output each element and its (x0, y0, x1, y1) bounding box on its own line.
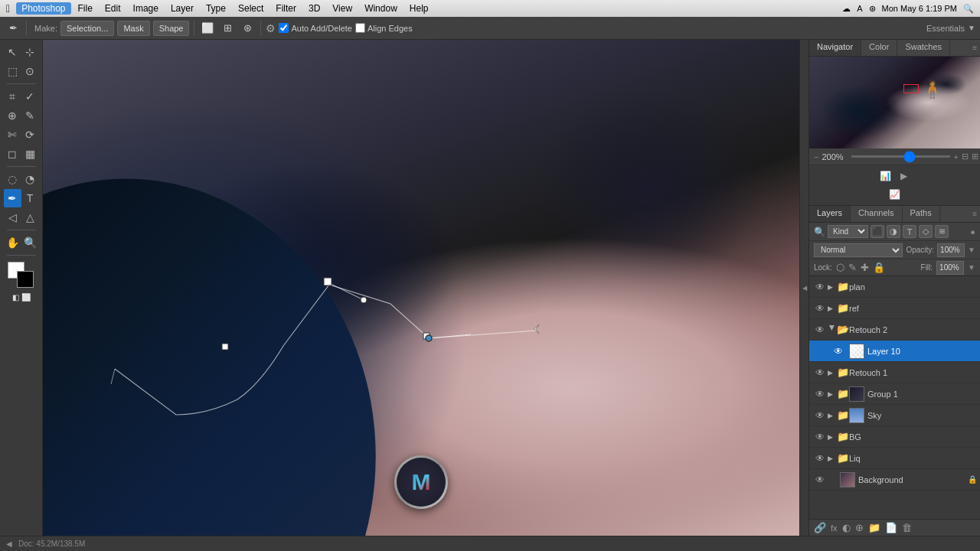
tab-paths[interactable]: Paths (903, 206, 940, 222)
path-select-tool[interactable]: ◁ (4, 208, 21, 227)
menu-type[interactable]: Type (201, 2, 231, 15)
filter-pixel-btn[interactable]: ⬛ (871, 225, 884, 238)
rectangular-marquee-tool[interactable]: ⬚ (4, 62, 21, 80)
layer-vis-ref[interactable]: 👁 (812, 301, 828, 316)
gear-icon[interactable]: ⚙ (266, 22, 276, 34)
panel-menu-icon[interactable]: ≡ (972, 44, 977, 52)
layer-vis-layer10[interactable]: 👁 (831, 344, 846, 359)
warp-icon[interactable]: ⊛ (239, 20, 256, 37)
screen-mode-icon[interactable]: ⬜ (21, 293, 31, 302)
blur-tool[interactable]: ◌ (4, 170, 21, 188)
layer-item-group1[interactable]: 👁 ▶ 📁 Group 1 (809, 383, 980, 405)
eyedropper-tool[interactable]: ✓ (21, 87, 39, 106)
eraser-tool[interactable]: ◻ (4, 145, 21, 163)
new-layer-icon[interactable]: 📄 (885, 522, 897, 533)
layer-vis-bg[interactable]: 👁 (812, 429, 828, 445)
history-brush[interactable]: ⟳ (21, 126, 39, 144)
new-group-icon[interactable]: 📁 (868, 522, 880, 533)
pen-tool[interactable]: ✒ (4, 189, 21, 207)
quick-mask-icon[interactable]: ◧ (12, 293, 19, 302)
nav-viewport-indicator[interactable] (903, 84, 919, 93)
healing-tool[interactable]: ⊕ (4, 106, 21, 125)
delete-layer-icon[interactable]: 🗑 (902, 522, 912, 533)
layers-list[interactable]: 👁 ▶ 📁 plan 👁 ▶ 📁 ref 👁 ▶ 📂 R (809, 276, 980, 519)
artboard-tool[interactable]: ⊹ (21, 43, 39, 61)
layer-vis-group1[interactable]: 👁 (812, 386, 828, 402)
lock-image-icon[interactable]: ✎ (848, 262, 857, 273)
zoom-value[interactable]: 200% (822, 152, 848, 161)
dodge-tool[interactable]: ◔ (21, 170, 39, 188)
new-fill-icon[interactable]: ⊕ (855, 522, 864, 533)
fill-input[interactable] (936, 261, 964, 275)
histogram-icon[interactable]: 📊 (878, 168, 893, 184)
fill-arrow[interactable]: ▼ (968, 263, 975, 272)
layer-vis-background[interactable]: 👁 (812, 472, 828, 487)
auto-add-delete-input[interactable] (279, 23, 289, 33)
tab-navigator[interactable]: Navigator (809, 40, 861, 56)
filter-smart-btn[interactable]: ≋ (935, 225, 949, 238)
layers-panel-menu[interactable]: ≡ (972, 210, 977, 218)
hand-tool[interactable]: ✋ (4, 233, 21, 252)
menu-select[interactable]: Select (233, 2, 269, 15)
menu-photoshop[interactable]: Photoshop (16, 2, 70, 15)
menu-help[interactable]: Help (404, 2, 434, 15)
panel-collapse-arrow[interactable]: ◀ (799, 40, 808, 536)
tab-channels[interactable]: Channels (851, 206, 902, 222)
tab-layers[interactable]: Layers (809, 206, 851, 222)
lock-transparent-icon[interactable]: ⬡ (836, 262, 844, 273)
layer-item-sky[interactable]: 👁 ▶ 📁 Sky (809, 405, 980, 426)
mask-button[interactable]: Mask (117, 21, 149, 36)
menu-filter[interactable]: Filter (270, 2, 302, 15)
zoom-slider[interactable] (851, 155, 950, 158)
nav-max-icon[interactable]: ⊞ (972, 152, 978, 161)
zoom-tool[interactable]: 🔍 (21, 233, 39, 252)
color-swatch[interactable] (8, 262, 35, 289)
auto-add-delete-checkbox[interactable]: Auto Add/Delete (279, 23, 352, 33)
crop-tool[interactable]: ⌗ (4, 87, 21, 106)
layer-vis-plan[interactable]: 👁 (812, 279, 828, 295)
opacity-arrow[interactable]: ▼ (968, 246, 975, 254)
zoom-out-icon[interactable]: − (814, 152, 818, 161)
align-edges-checkbox[interactable]: Align Edges (355, 23, 413, 33)
layer-vis-retouch2[interactable]: 👁 (812, 322, 828, 337)
brush-tool[interactable]: ✎ (21, 106, 39, 125)
status-arrow-left[interactable]: ◀ (6, 540, 12, 548)
canvas-area[interactable]: M (43, 40, 799, 536)
layer-arrow-sky[interactable]: ▶ (828, 412, 837, 419)
workspace-arrow[interactable]: ▼ (968, 24, 975, 32)
link-layers-icon[interactable]: 🔗 (814, 522, 826, 533)
layer-vis-liq[interactable]: 👁 (812, 451, 828, 466)
apple-menu[interactable]:  (6, 2, 10, 15)
align-icon[interactable]: ⊞ (219, 20, 236, 37)
gradient-tool[interactable]: ▦ (21, 145, 39, 163)
layer-arrow-bg[interactable]: ▶ (828, 433, 837, 441)
layer-item-layer10[interactable]: 👁 Layer 10 (809, 341, 980, 362)
layer-item-liq[interactable]: 👁 ▶ 📁 Liq (809, 448, 980, 469)
lock-position-icon[interactable]: ✚ (861, 262, 869, 273)
layer-item-plan[interactable]: 👁 ▶ 📁 plan (809, 276, 980, 298)
layer-vis-retouch1[interactable]: 👁 (812, 365, 828, 380)
add-style-icon[interactable]: fx (831, 523, 838, 533)
filter-adjustment-btn[interactable]: ◑ (887, 225, 900, 238)
menu-file[interactable]: File (73, 2, 98, 15)
filter-toggle[interactable]: ● (970, 227, 975, 236)
nav-min-icon[interactable]: ⊟ (962, 152, 969, 161)
shape-button[interactable]: Shape (153, 21, 190, 36)
transform-icon[interactable]: ⬜ (199, 20, 216, 37)
layer-arrow-retouch2[interactable]: ▶ (828, 325, 836, 334)
opacity-input[interactable] (937, 243, 965, 257)
layer-arrow-group1[interactable]: ▶ (828, 390, 837, 398)
tab-color[interactable]: Color (861, 40, 897, 56)
selection-button[interactable]: Selection... (60, 21, 114, 36)
shape-tool[interactable]: △ (21, 208, 39, 227)
lasso-tool[interactable]: ⊙ (21, 62, 39, 80)
lock-all-icon[interactable]: 🔒 (873, 262, 885, 273)
layer-item-bg[interactable]: 👁 ▶ 📁 BG (809, 426, 980, 448)
add-mask-icon[interactable]: ◐ (842, 522, 851, 533)
menu-image[interactable]: Image (128, 2, 164, 15)
layer-arrow-liq[interactable]: ▶ (828, 455, 837, 462)
zoom-in-icon[interactable]: + (953, 152, 958, 161)
text-tool[interactable]: T (21, 189, 39, 207)
tab-swatches[interactable]: Swatches (897, 40, 950, 56)
align-edges-input[interactable] (355, 23, 365, 33)
